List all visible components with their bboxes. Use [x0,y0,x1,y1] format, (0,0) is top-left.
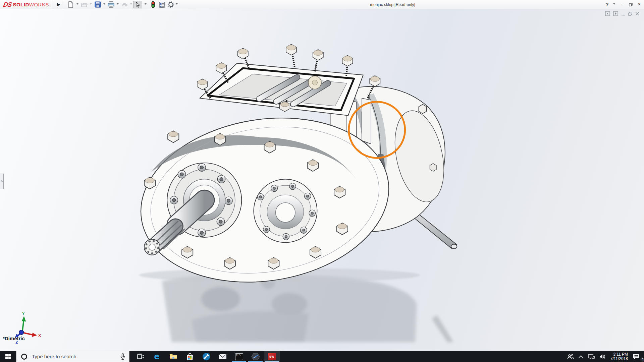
save-icon [95,1,101,8]
action-center-button[interactable]: 3 [631,351,644,362]
people-button[interactable] [565,351,576,362]
print-icon [108,1,114,8]
taskbar-search-input[interactable]: Type here to search [16,351,129,362]
people-icon [567,354,574,360]
close-button[interactable]: × [635,0,643,9]
print-button[interactable] [107,1,115,8]
floor-reflection [162,274,453,342]
help-button[interactable]: ? [603,0,611,9]
window-title: menjac sklop [Read-only] [370,2,415,7]
volume-button[interactable] [597,351,608,362]
hex-bolt [313,50,323,71]
file-properties-icon [159,2,165,8]
undo-icon [121,2,128,7]
toolbar-separator [53,1,53,8]
ds-logo-mark: DS [3,1,12,8]
edge-button[interactable]: e [149,351,165,362]
command-prompt-button[interactable]: C:\_ [231,351,247,362]
file-properties-button[interactable] [158,1,166,8]
save-dropdown-caret[interactable] [103,3,105,5]
rebuild-button[interactable] [149,1,157,8]
edge-icon: e [154,353,159,361]
menu-flyout-arrow[interactable]: ▶ [55,1,63,8]
windows-logo-icon [5,354,11,359]
start-button[interactable] [0,351,16,362]
network-icon [588,354,595,360]
undo-button[interactable] [120,1,129,8]
microphone-icon[interactable] [120,353,125,360]
volume-icon [599,354,606,360]
save-button[interactable] [93,1,102,8]
solidworks-app-icon: SW 2017 [268,353,276,360]
file-explorer-icon [169,353,177,360]
select-button[interactable] [133,1,142,8]
cortana-icon[interactable] [21,354,27,360]
taskbar: Type here to search e [0,351,644,362]
notification-badge: 3 [640,357,644,362]
triad-x-label: X [38,333,41,338]
solidworks-wordmark: SOLIDWORKS [13,2,49,7]
select-cursor-icon [136,2,140,8]
task-view-button[interactable] [132,351,149,362]
file-explorer-button[interactable] [165,351,181,362]
new-document-icon [68,1,74,8]
action-center-icon [633,353,640,360]
restore-icon [629,3,633,6]
tray-time: 3:11 PM [610,352,628,357]
solidworks-logo[interactable]: DS SOLIDWORKS [3,1,49,8]
secondary-bearing-boss [254,179,317,243]
settings-tool-button[interactable] [198,351,214,362]
search-placeholder: Type here to search [32,354,120,359]
store-icon [186,353,194,360]
toolbar-separator [64,1,64,8]
hexagon-app-icon [251,353,260,361]
gearbox-model [129,44,457,299]
task-view-icon [137,353,144,360]
titlebar: DS SOLIDWORKS ▶ [0,0,644,9]
new-dropdown-caret[interactable] [76,3,78,5]
network-button[interactable] [586,351,597,362]
undo-dropdown-caret[interactable] [130,3,132,5]
rebuild-traffic-light-icon [151,1,155,8]
print-dropdown-caret[interactable] [117,3,119,5]
view-orientation-label: *Dimetric [3,336,25,341]
store-button[interactable] [181,351,198,362]
minimize-button[interactable]: – [618,0,626,9]
mail-button[interactable] [214,351,231,362]
mail-icon [219,354,227,360]
hex-utility-button[interactable] [247,351,264,362]
wrench-circle-icon [202,353,210,361]
chevron-up-icon [578,355,584,358]
hex-bolt [286,44,297,67]
graphics-viewport[interactable]: X Y Z *Dimetric [0,9,644,351]
help-dropdown-caret[interactable] [613,3,615,5]
new-document-button[interactable] [66,1,75,8]
options-button[interactable] [166,1,175,8]
gearbox-assembly-model[interactable]: X Y Z [0,9,644,351]
open-button[interactable] [80,1,89,8]
solidworks-2017-button[interactable]: SW 2017 [264,351,280,362]
triad-y-label: Y [22,311,25,315]
restore-button[interactable] [627,0,635,9]
select-dropdown-caret[interactable] [145,3,147,5]
tray-date: 7/11/2018 [610,357,628,361]
options-gear-icon [168,1,174,8]
system-tray: 3:11 PM 7/11/2018 3 [565,351,644,362]
clock[interactable]: 3:11 PM 7/11/2018 [608,352,631,361]
tray-overflow-button[interactable] [576,351,586,362]
command-prompt-icon: C:\_ [235,353,243,360]
open-dropdown-caret[interactable] [90,3,92,5]
options-dropdown-caret[interactable] [176,3,178,5]
open-folder-icon [81,2,88,8]
